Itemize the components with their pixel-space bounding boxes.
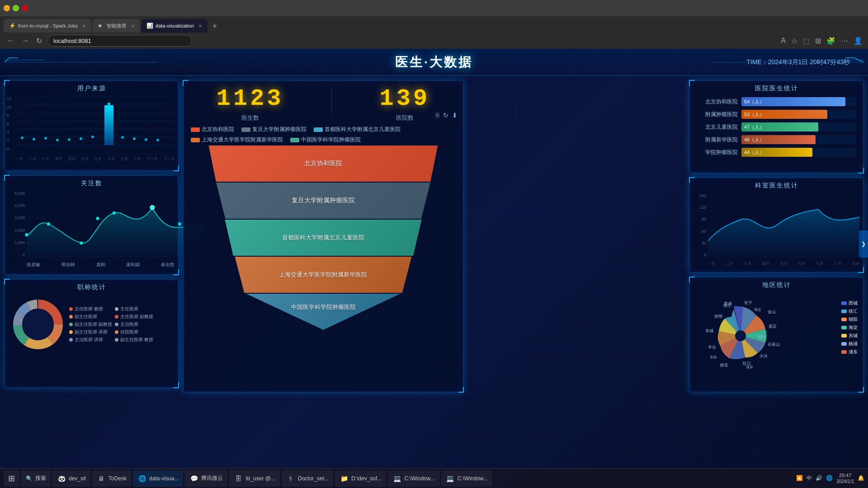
panel-dept-stat: 科室医生统计 150 120 90 60 30 0 — [689, 178, 863, 272]
taskbar-doctor[interactable]: ⚕ Doctor_ser... — [282, 470, 333, 487]
taskbar-dev[interactable]: 🐼 dev_sit — [52, 470, 90, 487]
funnel-seg-0: 北京协和医院 — [191, 145, 456, 182]
legend-chief-prof: 主任医师 教授 — [69, 306, 112, 312]
taskbar-todesk[interactable]: 🖥 ToDesk — [92, 470, 131, 487]
hosp-row-0: 北京协和医院 64（人） — [697, 97, 856, 106]
svg-point-21 — [133, 137, 136, 140]
taskbar-win1[interactable]: 💻 C:\Window... — [388, 470, 439, 487]
hosp-row-2: 北京儿童医院 47（人） — [697, 122, 856, 131]
taskbar: ⊞ 🔍 搜索 🐼 dev_sit 🖥 ToDesk 🌐 data-visua..… — [0, 468, 868, 488]
screen-capture-icon[interactable]: ⬚ — [803, 37, 810, 45]
maximize-button[interactable]: □ — [13, 5, 19, 11]
tencent-icon: 💬 — [189, 474, 198, 483]
search-button[interactable]: 🔍 搜索 — [21, 470, 51, 487]
center-toolbar[interactable]: ⎘ ↻ ⬇ — [436, 112, 458, 119]
follow-chart: 5,000 4,000 3,000 2,000 1,000 0 — [5, 189, 178, 270]
title-stat-content: 主任医师 教授 主任医师 副主任医师 主任医师 副教授 副主任医师 副教授 主治… — [5, 293, 178, 356]
region-legend-xicheng: 西城 — [841, 300, 858, 306]
tab-favicon-spark: ⚡ — [9, 23, 15, 29]
svg-point-16 — [80, 137, 82, 140]
address-bar[interactable]: localhost:8081 — [47, 35, 192, 47]
svg-text:东城: 东城 — [705, 328, 713, 333]
translate-icon[interactable]: A — [781, 37, 786, 45]
new-tab-button[interactable]: + — [208, 20, 221, 33]
db-icon: 🗄 — [234, 474, 243, 483]
user-source-title: 用户来源 — [5, 81, 178, 94]
hosp-bar-wrap-3: 46（人） — [741, 135, 856, 144]
funnel-seg-4: 中国医学科学院肿瘤医院 — [191, 294, 456, 330]
taskbar-tencent[interactable]: 💬 腾讯微云 — [185, 470, 227, 487]
collections-icon[interactable]: ⊞ — [815, 37, 821, 45]
svg-point-11 — [21, 136, 24, 139]
win1-icon: 💻 — [392, 474, 401, 483]
bar-x-labels: 一月 二月 三月 四月 五月 六月 七月 八月 九月 十月 十一月 十二月 — [16, 156, 175, 161]
copy-icon[interactable]: ⎘ — [436, 112, 439, 119]
more-icon[interactable]: ⋯ — [841, 37, 848, 45]
hosp-row-3: 附属新华医院 46（人） — [697, 135, 856, 144]
window-controls: ─ □ ✕ — [4, 5, 28, 11]
tab-recommend[interactable]: ★ 智能推荐 ✕ — [92, 19, 140, 33]
folder1-label: D:\dev_sof... — [351, 475, 382, 482]
title-stat-title: 职称统计 — [5, 280, 178, 293]
svg-text:朝阳: 朝阳 — [758, 335, 765, 339]
back-button[interactable]: ← — [5, 35, 16, 47]
tab-label-spark: from-to-mysql - Spark Jobs — [18, 23, 78, 28]
svg-text:静安: 静安 — [720, 363, 728, 367]
donut-chart-svg — [9, 295, 67, 354]
volume-icon[interactable]: 🔊 — [816, 475, 822, 481]
svg-text:崇明: 崇明 — [714, 314, 722, 319]
doctor-icon: ⚕ — [286, 474, 295, 483]
taskbar-dataviz[interactable]: 🌐 data-visua... — [133, 470, 183, 487]
taskbar-db[interactable]: 🗄 tb_user @... — [229, 470, 280, 487]
tab-spark-jobs[interactable]: ⚡ from-to-mysql - Spark Jobs ✕ — [4, 19, 91, 33]
tab-close-recommend[interactable]: ✕ — [131, 23, 135, 28]
db-label: tb_user @... — [245, 475, 275, 482]
svg-point-15 — [68, 138, 71, 141]
svg-text:丰台: 丰台 — [708, 345, 716, 349]
network-icon[interactable]: 🌐 — [826, 475, 833, 481]
tab-favicon-viz: 📊 — [146, 23, 153, 29]
start-button[interactable]: ⊞ — [4, 470, 19, 487]
forward-button[interactable]: → — [20, 35, 31, 47]
dept-y-labels: 150 120 90 60 30 0 — [693, 193, 706, 257]
notification-center-icon[interactable]: 🔔 — [858, 475, 864, 481]
user-source-chart: 12 10 8 6 4 2 0 — [5, 94, 178, 162]
funnel-legend-0: 北京协和医院 — [191, 126, 234, 133]
donut-legend: 主任医师 教授 主任医师 副主任医师 主任医师 副教授 副主任医师 副教授 主治… — [67, 306, 158, 343]
legend-vice-prof: 副主任医师 教授 — [115, 337, 158, 343]
region-legend-xuhui: 徐汇 — [841, 308, 858, 314]
taskbar-win2[interactable]: 💻 C:\Window... — [441, 470, 492, 487]
reload-button[interactable]: ↻ — [34, 35, 44, 47]
taskbar-clock[interactable]: 20:47 2024/1/1 — [836, 472, 854, 484]
svg-point-22 — [145, 138, 147, 141]
tab-close-spark[interactable]: ✕ — [82, 23, 86, 28]
notification-icon[interactable]: 🔼 — [796, 475, 803, 481]
extensions-icon[interactable]: 🧩 — [826, 37, 835, 45]
title-bar: ─ □ ✕ — [0, 0, 868, 16]
side-expand-button[interactable]: ❯ — [859, 230, 868, 258]
taskbar-folder1[interactable]: 📁 D:\dev_sof... — [335, 470, 386, 487]
region-legend-chaoyang: 朝阳 — [841, 316, 858, 323]
number-divider — [331, 89, 332, 118]
dept-stat-title: 科室医生统计 — [690, 178, 863, 192]
header-deco-left-svg — [0, 49, 181, 76]
dept-x-labels: 一月 二月 三月 四月 五月 六月 七月 八月 九月 — [708, 261, 859, 266]
legend-resident: 住院医师 — [115, 329, 158, 335]
corner-br-svg — [171, 164, 179, 171]
svg-point-17 — [91, 136, 94, 138]
bookmark-icon[interactable]: ☆ — [791, 37, 797, 45]
tab-visualization[interactable]: 📊 data-visualization ✕ — [141, 19, 208, 33]
region-stat-title: 地区统计 — [690, 277, 863, 291]
download-icon[interactable]: ⬇ — [452, 112, 458, 119]
refresh-icon[interactable]: ↻ — [443, 112, 448, 119]
follow-title: 关注数 — [5, 176, 178, 189]
funnel-legend-4: 中国医学科学院肿瘤医院 — [290, 136, 361, 144]
funnel-legend-3: 上海交通大学医学院附属新华医院 — [191, 136, 283, 144]
close-button[interactable]: ✕ — [22, 5, 28, 11]
minimize-button[interactable]: ─ — [4, 5, 10, 11]
language-indicator[interactable]: 中 — [807, 474, 812, 482]
profile-icon[interactable]: 👤 — [854, 37, 863, 45]
svg-rect-18 — [104, 105, 113, 145]
win2-label: C:\Window... — [458, 475, 488, 482]
tab-close-viz[interactable]: ✕ — [198, 23, 202, 28]
